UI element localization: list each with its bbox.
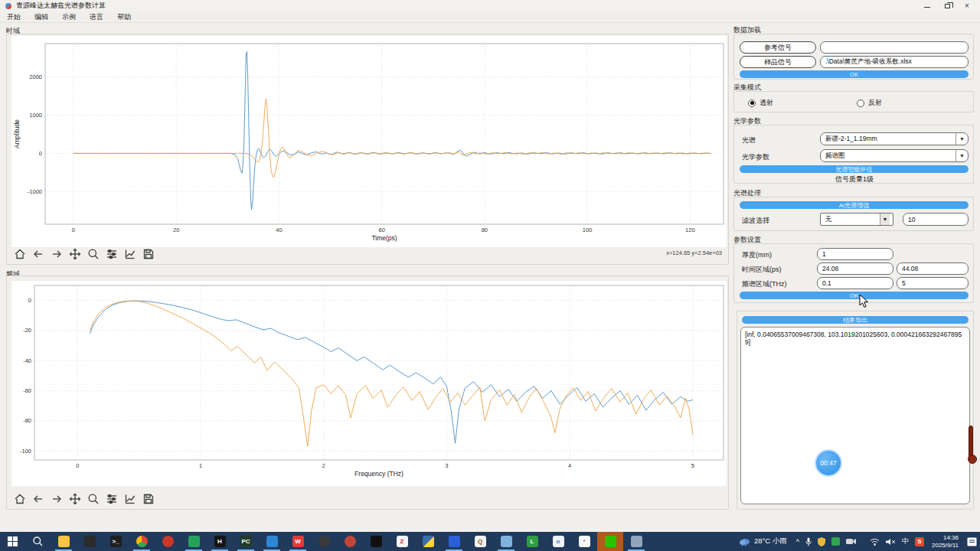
taskbar-app-python[interactable] bbox=[415, 532, 441, 551]
cursor-coordinates: x=124.65 y=2.54e+03 bbox=[666, 249, 722, 256]
restore-button[interactable] bbox=[937, 0, 957, 11]
freq-from-field[interactable] bbox=[817, 277, 893, 289]
taskbar-app-media-player[interactable] bbox=[155, 532, 181, 551]
freq-domain-plot[interactable]: 0123450-20-40-60-80-100Frequency (THz) bbox=[11, 281, 727, 486]
result-export-button[interactable]: 结果导出 bbox=[742, 316, 969, 324]
close-button[interactable]: × bbox=[957, 0, 977, 11]
back-button[interactable] bbox=[31, 492, 44, 505]
settings-ok-button[interactable]: OK bbox=[740, 292, 969, 299]
taskbar-app-l-green-app[interactable]: L bbox=[519, 532, 545, 551]
save-button[interactable] bbox=[142, 492, 155, 505]
forward-icon bbox=[51, 248, 63, 260]
radio-reflection[interactable]: 反射 bbox=[857, 98, 882, 108]
taskbar-app-everything-search[interactable]: Q bbox=[467, 532, 493, 551]
sample-signal-field[interactable] bbox=[820, 56, 969, 68]
taskbar-app-image-tool[interactable] bbox=[493, 532, 519, 551]
subplots-icon bbox=[106, 248, 118, 260]
microphone-icon[interactable] bbox=[802, 532, 815, 551]
customize-plot-button[interactable] bbox=[123, 492, 136, 505]
mouse-cursor bbox=[859, 294, 870, 309]
taskbar-app-cmd[interactable] bbox=[77, 532, 103, 551]
back-button[interactable] bbox=[31, 247, 44, 260]
zoom-button[interactable] bbox=[87, 247, 100, 260]
forward-button[interactable] bbox=[50, 492, 63, 505]
taskbar-app-dark-circle-app[interactable] bbox=[311, 532, 337, 551]
time-domain-plot[interactable]: 020406080100120-1000010002000Time(ps)Amp… bbox=[11, 36, 727, 247]
data-load-ok-button[interactable]: OK bbox=[740, 70, 969, 78]
notification-center-icon[interactable] bbox=[963, 532, 980, 551]
camera-tray-icon[interactable] bbox=[843, 532, 859, 551]
svg-text:60: 60 bbox=[378, 227, 384, 233]
menu-start[interactable]: 开始 bbox=[0, 12, 28, 22]
freq-to-field[interactable] bbox=[897, 277, 969, 289]
forward-button[interactable] bbox=[50, 247, 63, 260]
menu-language[interactable]: 语言 bbox=[83, 12, 110, 22]
tray-chevron-up[interactable]: ^ bbox=[793, 532, 802, 551]
radio-transmission[interactable]: 透射 bbox=[748, 98, 773, 108]
home-button[interactable] bbox=[13, 492, 26, 505]
pan-button[interactable] bbox=[68, 492, 81, 505]
subplots-button[interactable] bbox=[105, 492, 118, 505]
windows-logo-icon bbox=[8, 536, 18, 546]
filter-combobox[interactable]: 无 ▼ bbox=[820, 213, 893, 226]
taskbar-app-wechat[interactable] bbox=[597, 532, 623, 551]
home-button[interactable] bbox=[13, 247, 26, 260]
svg-text:1000: 1000 bbox=[29, 112, 42, 119]
taskbar-app-zotero[interactable]: Z bbox=[389, 532, 415, 551]
taskbar-app-red-bird-app[interactable] bbox=[337, 532, 363, 551]
reference-signal-field[interactable] bbox=[820, 41, 969, 54]
spectrum-eval-button[interactable]: 光谱智能评估 bbox=[740, 165, 969, 173]
forward-icon bbox=[51, 493, 63, 505]
customize-plot-button[interactable] bbox=[123, 247, 136, 260]
taskbar-app-vscode[interactable] bbox=[259, 532, 285, 551]
taskbar-app-drive-circles-app[interactable]: o bbox=[545, 532, 571, 551]
minimize-button[interactable] bbox=[917, 0, 937, 11]
menu-edit[interactable]: 编辑 bbox=[28, 12, 55, 22]
save-icon bbox=[142, 248, 155, 260]
svg-text:0: 0 bbox=[72, 227, 75, 233]
pc-manager-icon[interactable] bbox=[815, 532, 828, 551]
pan-button[interactable] bbox=[68, 247, 81, 260]
volume-muted-icon[interactable] bbox=[883, 532, 899, 551]
taskbar-app-ide-green[interactable]: PC bbox=[233, 532, 259, 551]
ime-indicator[interactable]: 中 bbox=[899, 532, 912, 551]
thickness-field[interactable] bbox=[817, 248, 893, 260]
taskbar-app-cloud-disk[interactable] bbox=[441, 532, 467, 551]
taskbar-app-file-explorer[interactable] bbox=[51, 532, 77, 551]
save-button[interactable] bbox=[142, 247, 155, 260]
thermometer-widget[interactable] bbox=[969, 425, 973, 459]
start-button[interactable] bbox=[0, 532, 24, 551]
sogou-icon[interactable]: S bbox=[912, 532, 927, 551]
taskbar-app-chrome[interactable] bbox=[129, 532, 155, 551]
taskbar-app-h-tool[interactable]: H bbox=[207, 532, 233, 551]
clock[interactable]: 14:36 2025/9/11 bbox=[927, 534, 963, 549]
spectrum-combobox[interactable]: 新疆-2-1_1.19mm ▼ bbox=[820, 132, 969, 145]
time-to-field[interactable] bbox=[897, 262, 969, 275]
taskbar-app-wps[interactable]: W bbox=[285, 532, 311, 551]
back-icon bbox=[32, 248, 44, 260]
search-button[interactable] bbox=[24, 532, 51, 551]
wifi-icon[interactable] bbox=[867, 532, 883, 551]
clock-time: 14:36 bbox=[932, 534, 959, 542]
filter-param-field[interactable] bbox=[903, 213, 969, 226]
taskbar-app-black-cup-app[interactable] bbox=[363, 532, 389, 551]
taskbar-app-flower-app[interactable]: * bbox=[571, 532, 597, 551]
taskbar-app-terminal[interactable]: >_ bbox=[103, 532, 129, 551]
zoom-button[interactable] bbox=[87, 492, 100, 505]
subplots-button[interactable] bbox=[105, 247, 118, 260]
result-output-area[interactable]: [inf, 0.04065537009467308, 103.101920102… bbox=[740, 327, 970, 504]
weather-widget[interactable]: 28°C 小雨 bbox=[733, 536, 793, 546]
home-icon bbox=[14, 248, 26, 260]
taskbar-app-photo-viewer[interactable] bbox=[623, 532, 649, 551]
result-group: 结果导出 [inf, 0.04065537009467308, 103.1019… bbox=[737, 311, 974, 510]
ai-enhance-button[interactable]: AI光谱增强 bbox=[740, 201, 969, 209]
menu-examples[interactable]: 示例 bbox=[55, 12, 83, 22]
menu-help[interactable]: 帮助 bbox=[110, 12, 138, 22]
optical-param-combobox[interactable]: 频谱图 ▼ bbox=[820, 149, 969, 162]
time-from-field[interactable] bbox=[817, 262, 893, 275]
green-tray-icon[interactable] bbox=[828, 532, 843, 551]
taskbar-app-green-chat-app[interactable] bbox=[181, 532, 207, 551]
reference-signal-button[interactable]: 参考信号 bbox=[740, 41, 816, 54]
vscode-icon bbox=[266, 536, 278, 547]
sample-signal-button[interactable]: 样品信号 bbox=[740, 56, 816, 68]
